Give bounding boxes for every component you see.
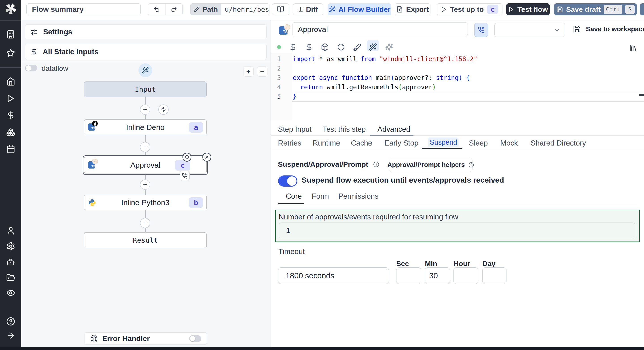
sidebar-item-users[interactable] — [0, 224, 21, 237]
undo-icon — [154, 6, 160, 13]
package-icon[interactable] — [321, 43, 329, 51]
flow-summary-input[interactable] — [26, 3, 141, 15]
sidebar-item-help[interactable] — [0, 315, 21, 328]
test-flow-button[interactable]: Test flow — [506, 3, 550, 15]
windmill-logo[interactable] — [0, 2, 21, 16]
baby-emoji-icon — [284, 24, 290, 30]
library-icon[interactable] — [629, 44, 637, 52]
tab-form[interactable]: Form — [312, 192, 329, 200]
error-handler-card[interactable]: Error Handler — [84, 332, 207, 345]
flow-settings-card[interactable]: Settings — [25, 24, 266, 39]
ai-builder-graph-button[interactable] — [138, 63, 152, 77]
step-panel: Save to workspace 12345 import * as wmil… — [271, 20, 644, 347]
tab-cache[interactable]: Cache — [351, 139, 372, 147]
format-brush-icon[interactable] — [353, 43, 361, 51]
code-line[interactable]: import * as wmill from "windmill-client@… — [293, 54, 478, 64]
deno-icon — [92, 121, 98, 127]
redo-button[interactable] — [166, 3, 182, 15]
sidebar-item-runs[interactable] — [0, 92, 21, 105]
tab-retries[interactable]: Retries — [278, 139, 302, 147]
add-step-button[interactable] — [140, 142, 150, 152]
add-trigger-button[interactable] — [158, 104, 168, 115]
tab-shared-directory[interactable]: Shared Directory — [531, 139, 586, 147]
info-icon[interactable] — [373, 161, 379, 168]
sidebar-item-folders[interactable] — [0, 271, 21, 284]
tab-test-this-step[interactable]: Test this step — [323, 125, 366, 134]
save-to-workspace-button[interactable]: Save to workspace — [573, 25, 644, 33]
ai-flow-builder-button[interactable]: AI Flow Builder — [328, 3, 391, 15]
add-step-button[interactable] — [140, 218, 150, 228]
sidebar-item-variables[interactable] — [0, 109, 21, 122]
suspend-enabled-toggle[interactable] — [278, 175, 298, 186]
sidebar-item-audit-logs[interactable] — [0, 286, 21, 300]
zoom-out-button[interactable]: − — [257, 66, 268, 77]
zoom-in-button[interactable]: + — [243, 66, 254, 77]
sidebar-item-resources[interactable] — [0, 126, 21, 139]
path-control: Path u/henri/bes — [190, 3, 270, 15]
file-export-icon — [396, 6, 403, 13]
code-line[interactable]: export async function main(approver?: st… — [293, 73, 470, 83]
step-node-a[interactable]: Inline Deno a — [84, 119, 206, 135]
tab-mock[interactable]: Mock — [500, 139, 518, 147]
ai-assistant-icon[interactable] — [369, 43, 377, 51]
deploy-button-clipped[interactable] — [640, 3, 644, 15]
sidebar-item-home[interactable] — [0, 75, 21, 88]
move-step-button[interactable] — [182, 153, 192, 162]
dataflow-label: dataflow — [42, 64, 68, 73]
export-button[interactable]: Export — [395, 3, 430, 15]
add-step-button[interactable] — [140, 179, 150, 190]
help-circle-icon — [468, 162, 474, 168]
save-draft-button[interactable]: Save draft Ctrl S — [554, 3, 637, 15]
sidebar-item-workers[interactable] — [0, 255, 21, 269]
approvals-required-field: Number of approvals/events required for … — [275, 210, 640, 242]
tab-sleep[interactable]: Sleep — [469, 139, 488, 147]
test-up-to-button[interactable]: Test up to c — [437, 3, 502, 15]
diff-button[interactable]: ± Diff — [293, 3, 323, 15]
resources-icon[interactable] — [305, 43, 313, 51]
tab-core[interactable]: Core — [286, 192, 302, 200]
variables-icon[interactable] — [289, 43, 297, 51]
tab-permissions[interactable]: Permissions — [338, 192, 378, 200]
timeout-day-input[interactable] — [482, 267, 506, 284]
undo-button[interactable] — [148, 3, 166, 15]
sidebar-item-workspace[interactable] — [0, 28, 21, 41]
baby-emoji-icon — [92, 159, 98, 164]
add-step-button[interactable] — [140, 104, 150, 115]
step-name-input[interactable] — [292, 22, 468, 36]
suspend-toggle-button[interactable] — [474, 23, 488, 37]
docs-button[interactable] — [272, 3, 289, 15]
code-line[interactable]: } — [293, 92, 296, 101]
sidebar-item-settings[interactable] — [0, 239, 21, 253]
flow-input-node[interactable]: Input — [84, 81, 206, 97]
timeout-sec-input[interactable] — [396, 267, 421, 284]
tab-advanced[interactable]: Advanced — [378, 125, 410, 134]
sidebar-item-favorites[interactable] — [0, 46, 21, 60]
dataflow-toggle[interactable] — [25, 65, 37, 71]
error-handler-toggle[interactable] — [189, 335, 201, 342]
timeout-value-input[interactable]: 1800 seconds — [278, 267, 389, 284]
approvals-required-input[interactable]: 1 — [278, 222, 635, 238]
sidebar-item-schedules[interactable] — [0, 142, 21, 156]
delete-step-button[interactable] — [202, 153, 211, 162]
tab-suspend[interactable]: Suspend — [428, 138, 459, 147]
script-version-select[interactable] — [494, 23, 565, 37]
sidebar-expand-button[interactable] — [0, 329, 21, 343]
path-button[interactable]: Path — [190, 3, 221, 15]
tab-step-input[interactable]: Step Input — [278, 125, 312, 134]
plus-icon — [142, 145, 148, 150]
path-value[interactable]: u/henri/bes — [221, 3, 269, 15]
code-line[interactable]: return wmill.getResumeUrls(approver) — [293, 83, 436, 92]
approval-prompt-helpers-button[interactable]: Approval/Prompt helpers — [389, 158, 473, 172]
export-label: Export — [406, 5, 429, 14]
ai-gen-off-icon[interactable] — [385, 43, 393, 51]
approvals-required-label: Number of approvals/events required for … — [278, 213, 458, 221]
step-node-b[interactable]: Inline Python3 b — [84, 195, 206, 210]
tab-early-stop[interactable]: Early Stop — [384, 139, 418, 147]
timeout-hour-input[interactable] — [454, 267, 478, 284]
sec-label: Sec — [396, 260, 409, 268]
tab-runtime[interactable]: Runtime — [312, 139, 340, 147]
day-label: Day — [482, 260, 496, 268]
reload-icon[interactable] — [337, 43, 345, 51]
flow-result-node[interactable]: Result — [84, 232, 206, 248]
timeout-min-input[interactable]: 30 — [425, 267, 450, 284]
